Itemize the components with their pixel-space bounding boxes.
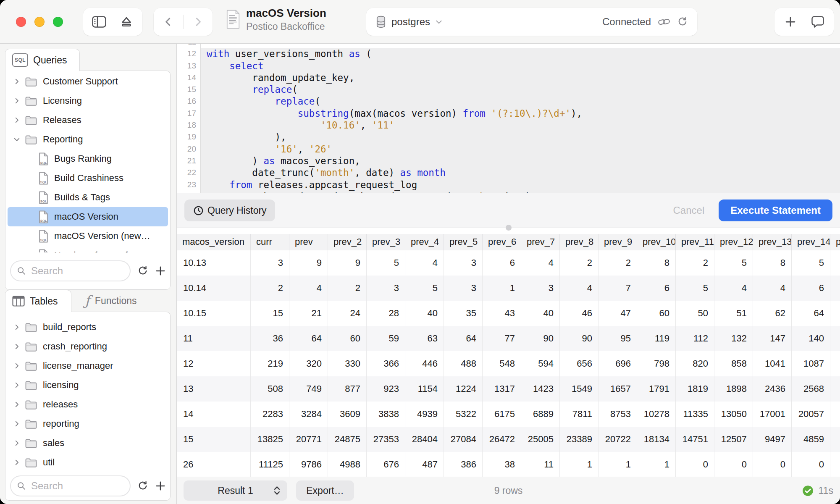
cell-prev[interactable]: 320 xyxy=(289,351,328,376)
cell-prev-12[interactable]: 51 xyxy=(714,301,753,326)
cell-prev-8[interactable]: 656 xyxy=(560,351,598,376)
cell-prev-14[interactable]: 4859 xyxy=(792,427,830,452)
cell-prev-4[interactable]: 40 xyxy=(405,301,444,326)
cell-prev-7[interactable]: 11 xyxy=(521,452,560,477)
cell-prev-2[interactable]: 2 xyxy=(328,276,367,301)
column-header-prev-6[interactable]: prev_6 xyxy=(483,234,521,250)
cell-prev-13[interactable]: 2436 xyxy=(753,376,792,402)
tree-item-macos-version[interactable]: macOS Version xyxy=(8,207,168,226)
column-header-prev-4[interactable]: prev_4 xyxy=(405,234,444,250)
cell-prev-14[interactable]: 64 xyxy=(792,301,830,326)
cell-prev-9[interactable]: 1657 xyxy=(598,376,637,402)
cell-prev-13[interactable]: 147 xyxy=(753,326,792,351)
table-row-15[interactable]: 1513825207712487527353284042708426472250… xyxy=(177,427,840,452)
code-line-17[interactable]: substring(max(macos_version) from '(?:10… xyxy=(201,108,840,119)
cell-prev-13[interactable]: 9497 xyxy=(753,427,792,452)
cell-prev-8[interactable]: 2 xyxy=(560,250,598,276)
tree-item-reporting[interactable]: reporting xyxy=(8,414,168,433)
cell-prev-10[interactable]: 1791 xyxy=(637,376,676,402)
tree-item-releases[interactable]: Releases xyxy=(8,110,168,130)
table-row-11[interactable]: 1136646059636477909095119112132147140 xyxy=(177,326,840,351)
code-line-12[interactable]: with user_versions_month as ( xyxy=(201,48,840,60)
cell-prev[interactable]: 3284 xyxy=(289,402,328,427)
table-row-12[interactable]: 1221932033036644648854859465669679882085… xyxy=(177,351,840,376)
cell-prev[interactable]: 749 xyxy=(289,376,328,402)
cell-prev-10[interactable]: 60 xyxy=(637,301,676,326)
cell-prev-8[interactable]: 7811 xyxy=(560,402,598,427)
cell-macos-version[interactable]: 12 xyxy=(177,351,251,376)
add-query-button[interactable] xyxy=(155,265,166,276)
cell-prev-6[interactable]: 548 xyxy=(483,351,521,376)
cell-prev-8[interactable]: 4 xyxy=(560,276,598,301)
cell-prev-3[interactable]: 27353 xyxy=(367,427,405,452)
cell-prev-4[interactable]: 4939 xyxy=(405,402,444,427)
cell-prev-6[interactable]: 77 xyxy=(483,326,521,351)
cell-prev-3[interactable]: 923 xyxy=(367,376,405,402)
cell-prev-13[interactable]: 1041 xyxy=(753,351,792,376)
code-line-13[interactable]: select xyxy=(201,60,840,72)
cell-prev-12[interactable]: 13050 xyxy=(714,402,753,427)
cell-prev-10[interactable]: 6 xyxy=(637,276,676,301)
cell-prev-3[interactable]: 59 xyxy=(367,326,405,351)
cell-prev-9[interactable]: 696 xyxy=(598,351,637,376)
export-button[interactable]: Export… xyxy=(296,480,354,501)
cell-prev-9[interactable]: 1 xyxy=(598,452,637,477)
cell-prev-14[interactable]: 20057 xyxy=(792,402,830,427)
database-selector[interactable]: postgres xyxy=(391,16,430,28)
cell-prev-9[interactable]: 2 xyxy=(598,250,637,276)
column-header-prev-12[interactable]: prev_12 xyxy=(714,234,753,250)
code-line-22[interactable]: date_trunc('month', date) as month xyxy=(201,167,840,178)
cell-prev-9[interactable]: 7 xyxy=(598,276,637,301)
cell-prev-13[interactable]: 8 xyxy=(753,250,792,276)
column-header-prev-11[interactable]: prev_11 xyxy=(676,234,714,250)
cell-curr[interactable]: 2283 xyxy=(251,402,289,427)
tab-queries[interactable]: SQL Queries xyxy=(5,49,80,71)
cell-prev-10[interactable]: 119 xyxy=(637,326,676,351)
cell-prev-8[interactable]: 23389 xyxy=(560,427,598,452)
cell-prev-2[interactable]: 24875 xyxy=(328,427,367,452)
column-header-macos-version[interactable]: macos_version xyxy=(177,234,251,250)
cell-prev-3[interactable]: 3 xyxy=(367,276,405,301)
cell-curr[interactable]: 2 xyxy=(251,276,289,301)
cell-prev-6[interactable]: 6 xyxy=(483,250,521,276)
cell-prev-7[interactable]: 6889 xyxy=(521,402,560,427)
cell-macos-version[interactable]: 10.14 xyxy=(177,276,251,301)
tree-item-bugs-ranking[interactable]: Bugs Ranking xyxy=(8,149,168,168)
code-line-20[interactable]: '16', '26' xyxy=(201,143,840,155)
tree-item-customer-support[interactable]: Customer Support xyxy=(8,72,168,91)
column-header-prev-14[interactable]: prev_14 xyxy=(792,234,830,250)
cell-macos-version[interactable]: 13 xyxy=(177,376,251,402)
back-button[interactable] xyxy=(158,9,179,34)
cell-prev-10[interactable]: 18134 xyxy=(637,427,676,452)
cell-prev-14[interactable]: 6 xyxy=(792,276,830,301)
table-row-10-13[interactable]: 10.13399543642282585 xyxy=(177,250,840,276)
cell-prev-3[interactable]: 28 xyxy=(367,301,405,326)
code-line-15[interactable]: replace( xyxy=(201,84,840,95)
sql-editor[interactable]: 1112131415161718192021222324 with user_v… xyxy=(177,44,840,193)
cell-macos-version[interactable]: 14 xyxy=(177,402,251,427)
tables-search-input[interactable] xyxy=(30,480,120,492)
tree-item-build-reports[interactable]: build_reports xyxy=(8,318,168,337)
cell-prev-13[interactable]: 4 xyxy=(753,276,792,301)
cell-prev-12[interactable]: 4 xyxy=(714,276,753,301)
cell-prev-5[interactable]: 3 xyxy=(444,276,483,301)
tree-item-util[interactable]: util xyxy=(8,453,168,472)
cell-prev-6[interactable]: 26472 xyxy=(483,427,521,452)
cell-prev-7[interactable]: 1423 xyxy=(521,376,560,402)
cell-prev[interactable]: 21 xyxy=(289,301,328,326)
cell-prev-11[interactable]: 820 xyxy=(676,351,714,376)
column-header-prev-7[interactable]: prev_7 xyxy=(521,234,560,250)
refresh-queries-button[interactable] xyxy=(137,265,148,276)
cell-prev-5[interactable]: 27084 xyxy=(444,427,483,452)
cell-prev-12[interactable]: 0 xyxy=(714,452,753,477)
cell-prev-12[interactable]: 12507 xyxy=(714,427,753,452)
cancel-button[interactable]: Cancel xyxy=(673,205,705,216)
cell-prev-11[interactable]: 11335 xyxy=(676,402,714,427)
cell-prev-4[interactable]: 446 xyxy=(405,351,444,376)
cell-prev-5[interactable]: 1224 xyxy=(444,376,483,402)
cell-prev-11[interactable]: 14751 xyxy=(676,427,714,452)
disconnect-button[interactable] xyxy=(116,9,137,34)
cell-prev-2[interactable]: 4988 xyxy=(328,452,367,477)
column-header-prev-9[interactable]: prev_9 xyxy=(598,234,637,250)
cell-curr[interactable]: 3 xyxy=(251,250,289,276)
